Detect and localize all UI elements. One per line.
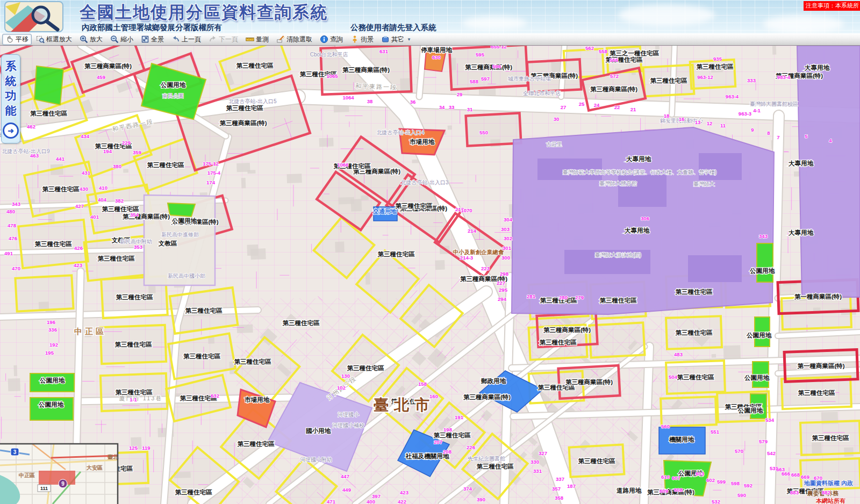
toolbar-button-full[interactable]: 全景 <box>138 34 167 45</box>
toolbar-button-street[interactable]: 街景 <box>347 34 377 45</box>
parcel-number: 29 <box>457 91 463 97</box>
parcel-number: 1064 <box>342 95 354 100</box>
map-viewport[interactable]: 第三種住宅區第三種住宅區第三種住宅區第三種住宅區第三種住宅區第三種住宅區第三種住… <box>0 46 860 504</box>
cbld-zone <box>688 255 742 282</box>
app-header: 全國土地使用分區資料查詢系統 內政部國土管理署城鄉發展分署版權所有 公務使用者請… <box>0 0 860 33</box>
parcel-number: 441 <box>56 156 65 162</box>
parcel-number: 279 <box>575 294 584 300</box>
zone-type-label: 臺北市 <box>374 397 435 413</box>
zone-type-label: 市場用地 <box>245 396 270 403</box>
poi-label: 北捷古亭站-出入口5 <box>229 98 277 104</box>
res-zone-label: 第三種住宅區 <box>238 441 275 447</box>
system-functions-panel: 系統功能➜ <box>1 54 20 143</box>
app-title: 全國土地使用分區資料查詢系統 <box>80 1 328 24</box>
parcel-number: 462 <box>27 124 35 129</box>
poi-label: 河堤國小附幼 <box>300 457 332 463</box>
zone-type-label: 第三種商業區(特) <box>647 488 694 495</box>
parcel-number: 298 <box>500 271 508 277</box>
zone-type-label: 第三種住宅區 <box>226 105 264 111</box>
com1-zone-label: 第一種商業區(特) <box>797 362 844 369</box>
parcel-number: 295 <box>499 287 508 293</box>
com-zone-label: 第三種商業區(特) <box>84 62 132 69</box>
route-shield-3-label: 3 <box>13 449 17 455</box>
res-zone-label: 第三種住宅區 <box>676 289 713 295</box>
building-footprint <box>236 163 250 172</box>
parcel-number: 331 <box>533 468 542 474</box>
parcel-number: 208 <box>443 449 452 455</box>
parcel-number: 588 <box>470 78 478 84</box>
cbld-zone <box>699 153 742 180</box>
toolbar-button-boxzoom[interactable]: 框選放大 <box>33 34 75 45</box>
parcel-number: 33 <box>449 104 455 110</box>
chevron-down-icon: ▼ <box>407 37 411 42</box>
parcel-number: 401 <box>90 214 99 220</box>
expand-panel-button[interactable]: ➜ <box>3 123 19 139</box>
poi-label: 城市車旅古亭站場 <box>507 76 551 82</box>
toolbar-button-query[interactable]: 查詢 <box>317 34 346 45</box>
toolbar-button-prev[interactable]: 上一頁 <box>168 34 204 45</box>
building-footprint <box>723 345 741 359</box>
toolbar-button-zoomin[interactable]: 放大 <box>76 34 106 45</box>
parcel-number: 883 <box>790 489 799 495</box>
parcel-number: 963-3 <box>739 111 751 117</box>
parcel-number: 300 <box>501 255 510 261</box>
res-zone-label: 第三種住宅區 <box>236 62 274 69</box>
res-zone-label: 第三種住宅區 <box>115 341 153 348</box>
overview-minimap[interactable]: 39111中正區大安區臺北 <box>0 444 119 504</box>
parcel-number: 374 <box>463 486 472 492</box>
parcel-number: 18 <box>664 113 670 119</box>
toolbar-button-other[interactable]: 其它▼ <box>378 34 414 45</box>
parcel-number: 214-3 <box>460 255 473 261</box>
res-zone-label: 第三種住宅區 <box>116 294 154 300</box>
com1-zone-label: 第一種商業區(特) <box>794 293 842 300</box>
parcel-number: 9 <box>751 127 754 133</box>
minimap-district-label: 大安區 <box>86 465 103 471</box>
building-footprint <box>772 46 776 55</box>
parcel-number: 281 <box>527 293 536 299</box>
campus-zone <box>797 46 860 297</box>
zone-type-label: 國小用地 <box>306 427 332 434</box>
system-functions-char-1: 統 <box>5 74 17 89</box>
zone-type-label: 市場用地 <box>410 138 435 145</box>
poi-label: 先生紀念圖書館 <box>468 456 505 462</box>
toolbar-button-zoomout[interactable]: 縮小 <box>107 34 137 45</box>
cbld-zone <box>618 175 666 207</box>
building-footprint <box>8 378 20 391</box>
minimap-extent-rectangle[interactable] <box>39 471 75 485</box>
toolbar-label-query: 查詢 <box>330 35 343 44</box>
toolbar-label-measure: 量測 <box>256 35 269 44</box>
street-icon <box>350 35 359 44</box>
poi-label: 南昌公園 <box>162 93 184 99</box>
parcel-number: 158 <box>418 381 427 387</box>
building-footprint <box>812 442 822 453</box>
parcel-number: 504 <box>669 374 678 380</box>
poi-label: 北捷古亭站-出入口3 <box>401 179 449 185</box>
parcel-number: 1066 <box>337 162 348 168</box>
parcel-number: 1-1 <box>130 397 137 402</box>
zone-type-label: 公園用地 <box>39 377 66 384</box>
toolbar-label-full: 全景 <box>151 35 164 44</box>
parcel-number: 333 <box>747 77 756 83</box>
system-functions-char-0: 系 <box>5 59 17 74</box>
parcel-number: 22 <box>614 104 620 110</box>
parcel-number: 31 <box>467 106 473 112</box>
toolbar-label-next: 下一頁 <box>219 35 238 44</box>
parcel-number: 354 <box>130 212 139 218</box>
boxzoom-icon <box>36 35 45 44</box>
toolbar-button-clear[interactable]: 清除選取 <box>273 34 316 45</box>
parcel-number: 471 <box>327 499 336 504</box>
building-footprint <box>712 354 716 358</box>
parcel-number: 27 <box>561 104 567 110</box>
poi-label: 新民高中進修部 <box>161 232 199 237</box>
toolbar-label-street: 街景 <box>361 35 374 44</box>
zoning-map-canvas[interactable]: 第三種住宅區第三種住宅區第三種住宅區第三種住宅區第三種住宅區第三種住宅區第三種住… <box>0 46 860 504</box>
zoomin-icon <box>80 35 88 44</box>
parcel-number: 935 <box>713 56 722 62</box>
res-zone-label: 第三種住宅區 <box>35 241 73 247</box>
toolbar-button-measure[interactable]: 量測 <box>242 34 272 45</box>
parcel-number: 175-4 <box>207 170 221 176</box>
toolbar-button-pan[interactable]: 平移 <box>2 34 32 45</box>
zone-type-label: 道路用地 <box>616 487 642 494</box>
parcel-number: 579 <box>759 438 768 444</box>
zone-type-label: 第三種住宅區 <box>378 251 415 257</box>
